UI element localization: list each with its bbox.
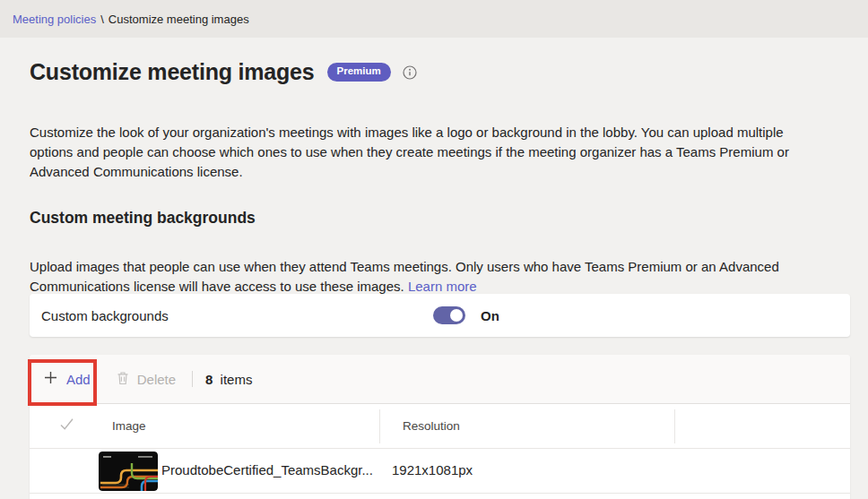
row-resolution: 1921x1081px (392, 462, 473, 477)
column-header-resolution: Resolution (403, 419, 460, 433)
list-toolbar: Add Delete 8 items (30, 355, 850, 404)
learn-more-link[interactable]: Learn more (408, 279, 477, 294)
breadcrumb: Meeting policies \ Customize meeting ima… (0, 0, 868, 38)
breadcrumb-current: Customize meeting images (108, 13, 249, 26)
items-count-label: items (221, 372, 253, 387)
toolbar-divider (192, 371, 193, 387)
row-image-name: ProudtobeCertified_TeamsBackgr... (161, 462, 373, 477)
section-description: Upload images that people can use when t… (30, 257, 808, 297)
custom-backgrounds-setting-card: Custom backgrounds On (30, 294, 850, 337)
toggle-label: Custom backgrounds (41, 308, 169, 323)
checkmark-icon[interactable] (59, 417, 74, 434)
custom-backgrounds-toggle[interactable] (433, 306, 465, 324)
column-divider (674, 409, 675, 443)
delete-button-label: Delete (137, 372, 176, 387)
info-icon[interactable] (403, 65, 417, 80)
backgrounds-list-card: Add Delete 8 items Image Resolution (30, 355, 850, 499)
breadcrumb-parent-link[interactable]: Meeting policies (13, 13, 96, 26)
page-title: Customize meeting images (30, 59, 315, 85)
table-row[interactable]: ProudtobeCertified_TeamsBackgr... 1921x1… (30, 449, 850, 494)
column-header-image: Image (112, 419, 146, 433)
page-intro: Customize the look of your organization'… (30, 123, 808, 182)
column-divider (379, 409, 380, 443)
section-description-text: Upload images that people can use when t… (30, 259, 779, 294)
toggle-group: On (433, 306, 499, 324)
premium-badge: Premium (327, 63, 391, 82)
page-header: Customize meeting images Premium (30, 59, 417, 85)
add-button-label: Add (66, 372, 91, 387)
add-button[interactable]: Add (38, 366, 97, 391)
items-count: 8 items (205, 372, 252, 387)
breadcrumb-separator: \ (100, 13, 104, 26)
background-image-thumbnail (99, 452, 158, 491)
section-heading: Custom meeting backgrounds (30, 209, 256, 228)
toggle-knob (450, 309, 463, 322)
plus-icon (44, 371, 57, 387)
delete-button[interactable]: Delete (113, 366, 179, 392)
trash-icon (117, 371, 129, 388)
items-count-number: 8 (205, 372, 213, 387)
toggle-state-text: On (481, 308, 499, 323)
table-header: Image Resolution (30, 404, 850, 449)
